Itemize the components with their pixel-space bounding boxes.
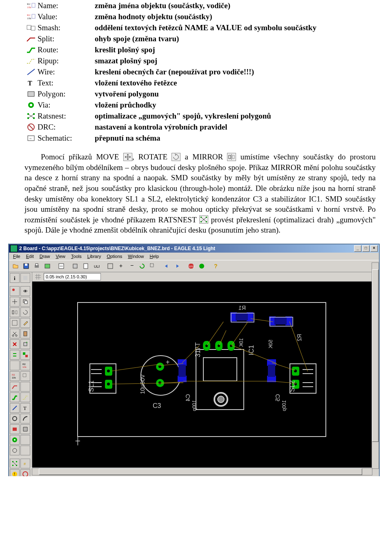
stop-button[interactable]: STOP	[186, 261, 196, 271]
name-button[interactable]: R210k	[20, 361, 30, 370]
pinswap-button[interactable]	[10, 350, 20, 360]
cmd-label: Ripup:	[38, 55, 95, 66]
wire-button[interactable]	[10, 403, 20, 413]
add-button[interactable]: +	[20, 339, 30, 349]
name-icon: R210k	[26, 2, 36, 10]
signal-button[interactable]	[20, 435, 30, 445]
auto-button[interactable]: #	[20, 459, 30, 468]
save-button[interactable]	[21, 261, 31, 271]
svg-rect-34	[36, 264, 38, 266]
ripup-button[interactable]	[20, 392, 30, 402]
optimize-button[interactable]	[20, 382, 30, 392]
scrollbar-horizontal[interactable]	[32, 468, 372, 475]
script-button[interactable]	[81, 261, 91, 271]
svg-rect-35	[45, 264, 50, 268]
scrollbar-vertical[interactable]	[372, 262, 379, 469]
svg-rect-60	[24, 332, 27, 336]
smash-button[interactable]	[20, 371, 30, 381]
svg-rect-2	[32, 3, 35, 7]
svg-text:−: −	[130, 263, 134, 269]
cmd-label: Text:	[38, 77, 95, 88]
svg-text:T: T	[23, 405, 27, 411]
use-button[interactable]	[70, 261, 80, 271]
menu-window[interactable]: Window	[125, 254, 146, 259]
via-button[interactable]	[10, 435, 20, 445]
ratsnest-icon	[26, 112, 36, 120]
route-button[interactable]	[10, 392, 20, 402]
ratsnest-inline-icon	[199, 215, 208, 224]
ratsnest-button[interactable]	[10, 459, 20, 468]
undo-button[interactable]	[162, 261, 172, 271]
show-button[interactable]	[20, 286, 30, 296]
lock-button[interactable]	[10, 361, 20, 370]
cmd-desc: změna jména objektu (součástky, vodiče)	[95, 0, 376, 11]
rect-button[interactable]	[10, 424, 20, 434]
board-canvas[interactable]: ┼ SL1	[32, 282, 379, 468]
delete-button[interactable]	[10, 339, 20, 349]
app-icon	[10, 245, 18, 252]
info-button[interactable]: i	[10, 273, 20, 283]
print-button[interactable]	[32, 261, 42, 271]
change-button[interactable]	[20, 318, 30, 328]
arc-button[interactable]	[20, 414, 30, 423]
close-button[interactable]: ×	[370, 245, 378, 252]
svg-text:#: #	[24, 462, 26, 466]
schematic-button[interactable]	[56, 261, 66, 271]
mark-button[interactable]	[10, 286, 20, 296]
cut-button[interactable]	[10, 329, 20, 338]
maximize-button[interactable]: □	[362, 245, 370, 252]
menu-file[interactable]: File	[11, 254, 23, 259]
display-button[interactable]	[20, 273, 30, 283]
copy-button[interactable]	[20, 297, 30, 307]
errors-button[interactable]	[20, 469, 30, 476]
replace-button[interactable]	[20, 350, 30, 360]
svg-rect-5	[32, 14, 35, 18]
redraw-button[interactable]	[137, 261, 147, 271]
polygon-button[interactable]	[20, 424, 30, 434]
help-button[interactable]: ?	[211, 261, 220, 271]
cmd-desc: vložení textového řetězce	[95, 77, 376, 88]
run-button[interactable]: ULP	[91, 261, 101, 271]
label-c4: C4	[185, 394, 191, 401]
paste-button[interactable]	[20, 329, 30, 338]
move-button[interactable]	[10, 297, 20, 307]
erc-button[interactable]: !	[10, 469, 20, 476]
menu-tools[interactable]: Tools	[69, 254, 84, 259]
grid-button[interactable]	[34, 273, 42, 281]
coord-bar: 0.05 inch (2.15 0.30)	[32, 272, 379, 282]
go-button[interactable]	[197, 261, 207, 271]
menu-options[interactable]: Options	[104, 254, 125, 259]
cmd-desc: vytvoření polygonu	[95, 88, 376, 99]
zoom-select-button[interactable]	[148, 261, 158, 271]
circle-button[interactable]	[10, 414, 20, 423]
value-button[interactable]: R210k	[10, 371, 20, 381]
menu-draw[interactable]: Draw	[37, 254, 53, 259]
cmd-desc: nastavení a kontrola výrobních pravidel	[95, 121, 376, 132]
attribute-button[interactable]	[20, 446, 30, 455]
titlebar[interactable]: 2 Board - C:\appz\EAGLE-4.15\projects\BN…	[9, 244, 379, 253]
menu-help[interactable]: Help	[147, 254, 161, 259]
redo-button[interactable]	[172, 261, 182, 271]
svg-text:STOP: STOP	[189, 265, 194, 268]
zoom-in-button[interactable]: +	[116, 261, 126, 271]
menu-edit[interactable]: Edit	[24, 254, 36, 259]
split-button[interactable]	[10, 382, 20, 392]
svg-rect-41	[108, 264, 113, 269]
menu-view[interactable]: View	[53, 254, 68, 259]
minimize-button[interactable]: _	[354, 245, 361, 252]
label-ic1v: 317T	[194, 343, 202, 357]
cmd-label: Smash:	[38, 22, 95, 33]
text-button[interactable]: T	[20, 403, 30, 413]
svg-rect-79	[12, 465, 13, 466]
cam-button[interactable]	[42, 261, 52, 271]
cmd-desc: smazat plošný spoj	[95, 55, 376, 66]
zoom-out-button[interactable]: −	[127, 261, 136, 271]
rotate-button[interactable]	[20, 307, 30, 317]
menu-library[interactable]: Library	[85, 254, 104, 259]
mirror-button[interactable]	[10, 307, 20, 317]
group-button[interactable]	[10, 318, 20, 328]
open-button[interactable]	[11, 261, 20, 271]
para-text: a MIRROR	[180, 152, 227, 161]
zoom-fit-button[interactable]	[105, 261, 115, 271]
hole-button[interactable]	[10, 446, 20, 455]
